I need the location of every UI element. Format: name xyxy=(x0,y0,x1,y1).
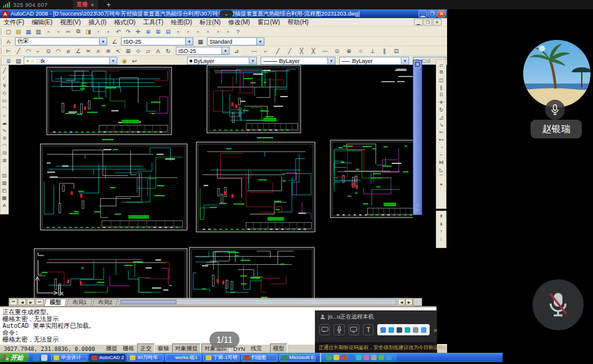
break-at-point-icon[interactable]: ╶ xyxy=(437,143,445,151)
taskbar-window-6[interactable]: Microsoft E xyxy=(279,354,316,362)
menu-modify[interactable]: 修改(M) xyxy=(224,18,254,27)
send-under-objects-icon[interactable]: ↓ xyxy=(437,235,445,242)
chamfer-icon[interactable]: ◺ xyxy=(437,166,445,173)
voice-button[interactable] xyxy=(334,324,344,335)
erase-icon[interactable]: ▱ xyxy=(437,61,445,69)
participant-mic-icon[interactable] xyxy=(545,100,565,120)
participant-avatar[interactable] xyxy=(523,40,591,107)
paste-icon[interactable]: ◨ xyxy=(84,27,93,36)
scroll-right-icon[interactable]: ▶ xyxy=(405,299,413,305)
user-icon[interactable] xyxy=(413,327,418,333)
menu-dimension[interactable]: 标注(N) xyxy=(196,18,224,27)
table-style-combo[interactable]: Standard▼ xyxy=(207,37,264,46)
menu-draw[interactable]: 绘图(D) xyxy=(167,18,196,27)
dimension-update-icon[interactable]: ⊿ xyxy=(232,47,241,55)
open-icon[interactable]: ▨ xyxy=(14,27,23,36)
quick-dimension-icon[interactable]: ≍ xyxy=(84,47,93,55)
toolbar-grip[interactable] xyxy=(1,47,2,54)
scroll-thumb[interactable] xyxy=(120,300,176,304)
make-block-icon[interactable]: ⊞ xyxy=(1,156,9,164)
snap-extension-icon[interactable]: — xyxy=(321,47,330,55)
close-button[interactable]: ✕ xyxy=(437,10,446,17)
stretch-icon[interactable]: ↘ xyxy=(437,121,445,128)
tray-antivirus-icon[interactable] xyxy=(326,355,332,360)
zoom-previous-icon[interactable]: ⊟ xyxy=(163,27,173,36)
close-icon[interactable]: ✕ xyxy=(414,61,421,68)
tolerance-icon[interactable]: ⊞ xyxy=(123,47,133,55)
snap-tangent-icon[interactable]: ○ xyxy=(356,47,365,55)
layer-filter-icon[interactable]: ▤ xyxy=(14,57,23,65)
menu-insert[interactable]: 插入(I) xyxy=(84,18,110,27)
doc-restore-button[interactable]: ❐ xyxy=(423,19,432,26)
insert-block-icon[interactable]: ⊡ xyxy=(1,149,9,156)
arc-length-icon[interactable]: ◠ xyxy=(24,47,33,55)
restore-button[interactable]: ❐ xyxy=(428,10,436,17)
gradient-icon[interactable]: ▩ xyxy=(1,179,9,186)
layer-freeze-icon[interactable]: ☼ xyxy=(31,58,35,64)
snap-temporary-track-icon[interactable]: — xyxy=(249,47,259,55)
tray-network-icon[interactable] xyxy=(349,355,354,360)
quicklaunch-ie-icon[interactable] xyxy=(33,355,39,361)
quickcalc-icon[interactable]: ▫ xyxy=(223,27,233,36)
mirror-icon[interactable]: ◫ xyxy=(437,76,445,84)
menu-format[interactable]: 格式(O) xyxy=(110,18,139,27)
tab-last-button[interactable]: ⏭ xyxy=(36,299,44,305)
revision-cloud-icon[interactable]: ☁ xyxy=(1,119,9,127)
redo-icon[interactable]: ↷ xyxy=(123,27,133,36)
bring-above-objects-icon[interactable]: ↑ xyxy=(437,228,445,235)
layer-on-icon[interactable]: ● xyxy=(26,58,29,64)
point-icon[interactable]: · xyxy=(1,164,9,171)
toolbar-grip[interactable] xyxy=(1,57,2,64)
layer-previous-icon[interactable]: ↩ xyxy=(130,57,139,65)
status-toggle-3[interactable]: 极轴 xyxy=(155,344,171,353)
night-mode-icon[interactable] xyxy=(397,327,402,333)
taskbar-window-3[interactable]: works-组1 xyxy=(165,354,201,362)
scroll-left-icon[interactable]: ◀ xyxy=(398,299,405,305)
plot-icon[interactable]: ▥ xyxy=(34,27,43,36)
status-toggle-0[interactable]: 捕捉 xyxy=(104,344,120,353)
menu-edit[interactable]: 编辑(E) xyxy=(28,18,56,27)
menu-tools[interactable]: 工具(T) xyxy=(139,18,167,27)
menu-view[interactable]: 视图(V) xyxy=(56,18,84,27)
help-icon[interactable]: ? xyxy=(233,27,243,36)
tray-sync-icon[interactable] xyxy=(378,355,384,360)
chat-button[interactable] xyxy=(319,324,330,335)
pan-icon[interactable]: ✛ xyxy=(133,27,143,36)
match-properties-icon[interactable]: ▫ xyxy=(94,27,103,36)
dimension-style-combo[interactable]: ISO-25▼ xyxy=(176,47,229,55)
publish-icon[interactable]: ▫ xyxy=(54,27,63,36)
tray-audio-icon[interactable] xyxy=(356,355,362,360)
arc-icon[interactable]: ◠ xyxy=(1,104,9,112)
text-tool-button[interactable]: T xyxy=(363,324,374,335)
expand-more-icon[interactable]: » xyxy=(433,327,437,333)
snap-intersection-icon[interactable]: ╳ xyxy=(297,47,306,55)
zoom-window-icon[interactable]: ⊞ xyxy=(153,27,163,36)
doc-minimize-button[interactable]: ▁ xyxy=(414,19,423,26)
zoom-realtime-icon[interactable]: ⊕ xyxy=(143,27,153,36)
aligned-icon[interactable]: ╱ xyxy=(14,47,23,55)
make-object-layer-current-icon[interactable]: ◉ xyxy=(120,57,129,65)
settings-gear-icon[interactable] xyxy=(421,327,427,333)
tray-cloud-icon[interactable] xyxy=(386,355,392,360)
explode-icon[interactable]: ✶ xyxy=(437,181,445,188)
markup-set-manager-icon[interactable]: ▫ xyxy=(213,27,223,36)
menu-file[interactable]: 文件(F) xyxy=(0,18,28,27)
taskbar-window-2[interactable]: 30万吨年 xyxy=(127,354,163,362)
line-icon[interactable]: ╱ xyxy=(1,67,9,74)
diameter-icon[interactable]: ⌀ xyxy=(64,47,73,55)
cursor-icon[interactable] xyxy=(405,327,410,333)
dim-style-icon[interactable]: ∠ xyxy=(110,37,119,46)
properties-icon[interactable]: ▫ xyxy=(173,27,183,36)
snap-node-icon[interactable]: ⊡ xyxy=(392,47,401,55)
fillet-icon[interactable]: ⌒ xyxy=(437,173,445,181)
toolbar-grip[interactable] xyxy=(1,38,2,45)
block-editor-icon[interactable]: ▫ xyxy=(104,27,113,36)
snap-center-icon[interactable]: ⊙ xyxy=(332,47,342,55)
snap-apparent-intersection-icon[interactable]: ╳ xyxy=(309,47,318,55)
warning-expand-icon[interactable]: » xyxy=(443,344,447,351)
dim-style-combo[interactable]: ISO-25▼ xyxy=(121,37,193,46)
ellipse-arc-icon[interactable]: ◠ xyxy=(1,141,9,149)
copy-object-icon[interactable]: ⧉ xyxy=(437,69,445,76)
polygon-icon[interactable]: ◇ xyxy=(1,89,9,97)
offset-icon[interactable]: ∥ xyxy=(437,84,445,91)
